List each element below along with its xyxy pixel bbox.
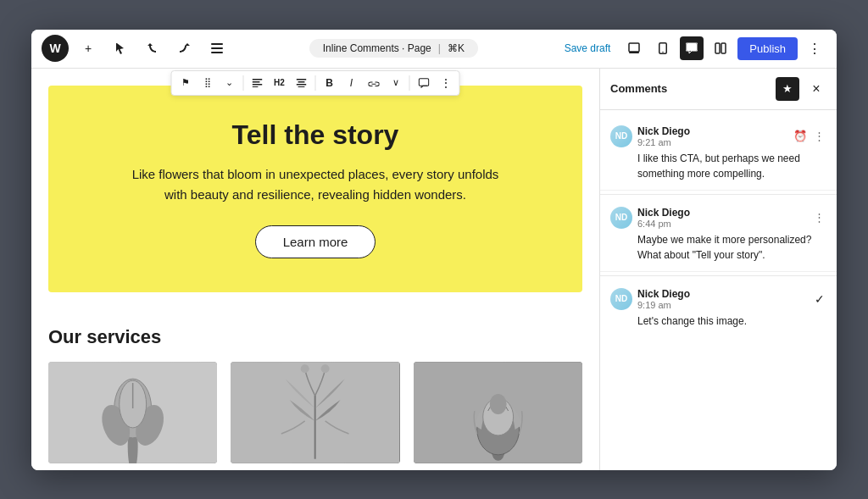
svg-rect-11 [253, 81, 260, 83]
page-title-pill: Inline Comments · Page | ⌘K [309, 39, 478, 58]
services-grid [48, 362, 582, 463]
italic-button[interactable]: I [342, 73, 362, 93]
settings-button[interactable] [709, 36, 732, 60]
comment-meta: Nick Diego 6:44 pm [637, 207, 807, 229]
divider [600, 194, 837, 195]
service-card-2 [231, 362, 399, 463]
svg-rect-0 [211, 43, 223, 45]
comment-options-button[interactable]: ⋮ [812, 209, 826, 225]
comments-list: ND Nick Diego 9:21 am ⏰ ⋮ I like this CT… [600, 110, 837, 470]
avatar: ND [610, 125, 632, 147]
comment-meta: Nick Diego 9:21 am [637, 125, 787, 147]
svg-rect-13 [253, 86, 259, 87]
add-block-button[interactable]: + [75, 36, 101, 61]
text-align-button[interactable] [292, 73, 312, 93]
svg-rect-1 [211, 47, 223, 49]
shortcut-sep: | [438, 42, 441, 54]
wordpress-logo[interactable]: W [42, 35, 69, 62]
services-section: Our services [31, 309, 599, 470]
comments-header: Comments ★ × [600, 69, 837, 110]
svg-rect-9 [721, 43, 726, 53]
comment-text: Let's change this image. [610, 313, 826, 329]
svg-rect-8 [715, 43, 720, 53]
svg-rect-12 [253, 84, 263, 86]
keyboard-shortcut: ⌘K [448, 42, 465, 54]
hero-title: Tell the story [65, 119, 565, 151]
undo-button[interactable] [140, 36, 165, 61]
svg-rect-3 [629, 43, 639, 52]
svg-point-28 [301, 364, 309, 373]
comment-actions: ⏰ ⋮ [792, 128, 826, 144]
svg-rect-18 [419, 78, 429, 86]
comments-button[interactable] [680, 36, 704, 60]
learn-more-button[interactable]: Learn more [255, 225, 376, 258]
toolbar-right: Save draft Publish ⋮ [558, 36, 826, 60]
list-view-button[interactable] [204, 36, 230, 61]
mobile-preview-button[interactable] [651, 36, 675, 60]
svg-rect-15 [298, 81, 305, 83]
commenter-name: Nick Diego [637, 288, 808, 300]
services-title: Our services [48, 326, 582, 348]
comment-inline-button[interactable] [414, 73, 434, 93]
service-card-3 [414, 362, 582, 463]
commenter-name: Nick Diego [637, 207, 807, 219]
comments-panel: Comments ★ × ND Nick Diego 9:21 am ⏰ [599, 69, 837, 470]
comment-clock-button[interactable]: ⏰ [792, 128, 809, 144]
comment-meta: Nick Diego 9:19 am [637, 288, 808, 310]
star-button[interactable]: ★ [776, 77, 799, 101]
service-card-1 [48, 362, 217, 463]
comment-actions: ✓ [813, 291, 826, 308]
block-drag-button[interactable]: ⣿ [198, 73, 218, 93]
toolbar-divider-3 [409, 75, 410, 91]
toolbar-center: Inline Comments · Page | ⌘K [236, 39, 551, 58]
publish-button[interactable]: Publish [737, 37, 798, 60]
comment-time: 9:21 am [637, 137, 787, 147]
editor-canvas: ⚑ ⣿ ⌄ H2 B I [31, 69, 599, 470]
browser-window: W + Inline Comments · Page | ⌘K Save dra… [31, 30, 837, 470]
block-move-up-button[interactable]: ⚑ [175, 73, 196, 93]
link-button[interactable] [364, 73, 384, 93]
preview-button[interactable] [622, 36, 646, 60]
comment-options-button[interactable]: ⋮ [812, 128, 826, 144]
commenter-name: Nick Diego [637, 125, 787, 137]
block-toolbar: ⚑ ⣿ ⌄ H2 B I [171, 70, 460, 96]
comment-text: I like this CTA, but perhaps we need som… [610, 151, 826, 181]
select-tool-button[interactable] [108, 36, 133, 61]
svg-point-34 [489, 394, 506, 414]
more-formats-button[interactable]: ∨ [386, 73, 406, 93]
svg-rect-10 [253, 79, 263, 80]
redo-button[interactable] [172, 36, 198, 61]
svg-rect-4 [629, 52, 639, 53]
svg-point-29 [321, 364, 330, 373]
comment-item: ND Nick Diego 6:44 pm ⋮ Maybe we make it… [600, 198, 837, 272]
comment-item: ND Nick Diego 9:19 am ✓ Let's change thi… [600, 280, 837, 337]
block-align-button[interactable] [248, 73, 268, 93]
close-comments-button[interactable]: × [806, 79, 826, 99]
avatar: ND [610, 207, 632, 229]
comment-actions: ⋮ [812, 209, 826, 225]
comment-header: ND Nick Diego 6:44 pm ⋮ [610, 207, 826, 229]
toolbar-divider-2 [315, 75, 316, 91]
svg-rect-16 [297, 84, 307, 86]
comment-header: ND Nick Diego 9:21 am ⏰ ⋮ [610, 125, 826, 147]
block-move-button[interactable]: ⌄ [220, 73, 240, 93]
bold-button[interactable]: B [320, 73, 340, 93]
main-area: ⚑ ⣿ ⌄ H2 B I [31, 69, 837, 470]
comment-header: ND Nick Diego 9:19 am ✓ [610, 288, 826, 310]
comment-time: 6:44 pm [637, 219, 807, 229]
more-options-button[interactable]: ⋮ [803, 36, 826, 60]
svg-rect-14 [297, 79, 307, 80]
save-draft-button[interactable]: Save draft [558, 39, 618, 58]
comment-text: Maybe we make it more personalized? What… [610, 232, 826, 263]
block-more-button[interactable]: ⋮ [436, 73, 456, 93]
divider [600, 275, 837, 276]
heading-button[interactable]: H2 [270, 73, 290, 93]
svg-rect-17 [298, 86, 305, 87]
comment-time: 9:19 am [637, 300, 808, 310]
avatar: ND [610, 288, 632, 310]
hero-section[interactable]: ⚑ ⣿ ⌄ H2 B I [48, 86, 582, 292]
svg-rect-2 [211, 52, 223, 53]
resolve-comment-button[interactable]: ✓ [813, 291, 826, 308]
comments-panel-title: Comments [610, 82, 769, 95]
svg-point-6 [663, 52, 664, 53]
